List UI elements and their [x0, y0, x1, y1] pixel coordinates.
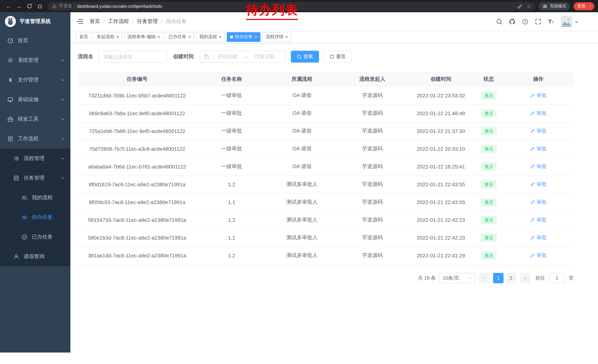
- pager-pages: 12: [493, 273, 516, 283]
- search-icon[interactable]: [496, 18, 502, 25]
- approve-button[interactable]: 审批: [530, 235, 547, 241]
- close-tab-icon[interactable]: ×: [158, 35, 160, 39]
- cell-created-at: 2022-01-21 22:42:23: [407, 211, 474, 229]
- sidebar-item-system[interactable]: 系统管理: [0, 50, 70, 70]
- sidebar-item-my-process[interactable]: 我的流程: [0, 188, 70, 207]
- chevron-down-icon: [61, 78, 65, 82]
- sidebar-item-label: 我的流程: [32, 194, 53, 201]
- cell-process: OA 请假: [267, 122, 337, 140]
- fullscreen-icon[interactable]: [535, 18, 541, 25]
- incognito-label: 无痕模式: [550, 3, 566, 9]
- url-text[interactable]: dashboard.yudao.iocoder.cn/bpm/task/todo: [77, 4, 162, 9]
- column-header: 操作: [503, 72, 573, 87]
- annotation-overlay: 待办列表: [246, 1, 298, 20]
- app-logo[interactable]: 芋道管理系统: [0, 12, 70, 31]
- cell-task-id: 069c6a63-7b8a-11ec-8ef0-acde48001122: [78, 105, 196, 122]
- sidebar-item-payment[interactable]: ¥支付管理: [0, 70, 70, 90]
- sidebar-item-process-mgmt[interactable]: 流程管理: [0, 148, 70, 168]
- svg-text:T: T: [552, 20, 554, 24]
- hamburger-icon[interactable]: [76, 18, 84, 25]
- breadcrumb-item[interactable]: 工作流程: [108, 18, 129, 25]
- bookmark-star-icon[interactable]: ☆: [527, 3, 531, 9]
- sidebar-item-done-tasks[interactable]: 已办任务: [0, 227, 70, 247]
- cell-task-id: 75d72608-7b7f-11ec-a3c8-acde48001122: [78, 140, 196, 158]
- sidebar-item-devtools[interactable]: 研发工具: [0, 109, 70, 129]
- pencil-icon: [530, 146, 535, 151]
- forward-icon[interactable]: →: [14, 2, 24, 11]
- password-key-icon[interactable]: [517, 4, 523, 9]
- close-tab-icon[interactable]: ×: [255, 35, 257, 39]
- menu-dots-icon[interactable]: ⋮: [588, 3, 593, 9]
- sidebar-item-label: 请假查询: [24, 253, 44, 260]
- date-range-picker[interactable]: 开始日期 - 结束日期: [200, 51, 286, 63]
- column-header: 流程发起人: [337, 72, 407, 87]
- breadcrumb-item[interactable]: 任务管理: [137, 18, 158, 25]
- top-navbar: 首页/工作流程/任务管理/待办任务 ? TT: [70, 12, 598, 31]
- tab-my-process[interactable]: 我的流程×: [196, 32, 225, 42]
- cell-task-id: 8f0d1619-7ac8-11ec-a9e2-a2380e71991a: [78, 176, 196, 193]
- cell-task-name: 1.2: [196, 211, 267, 229]
- sidebar-item-infrastructure[interactable]: 基础设施: [0, 90, 70, 109]
- font-size-icon[interactable]: TT: [548, 18, 554, 25]
- approve-button[interactable]: 审批: [530, 163, 547, 170]
- tab-home[interactable]: 首页: [76, 32, 91, 42]
- sidebar-item-workflow[interactable]: 工作流程: [0, 129, 70, 148]
- approve-button[interactable]: 审批: [530, 181, 547, 188]
- sidebar-submenu-task-mgmt: 我的流程待办任务已办任务: [0, 188, 70, 247]
- approve-button[interactable]: 审批: [530, 252, 547, 259]
- pagination-total: 共 16 条: [418, 275, 436, 281]
- sidebar-item-home[interactable]: 首页: [0, 31, 70, 50]
- tab-done-tasks[interactable]: 已办任务×: [165, 32, 194, 42]
- prev-page-button[interactable]: ‹: [479, 273, 490, 283]
- sidebar-item-label: 研发工具: [18, 116, 39, 122]
- table-row: 58154733-7ac8-11ec-a9e2-a2380e71991a1.2测…: [78, 211, 573, 229]
- page-button-2[interactable]: 2: [506, 273, 516, 283]
- next-page-button[interactable]: ›: [520, 273, 530, 283]
- cell-process: OA 请假: [267, 105, 337, 122]
- home-icon[interactable]: [35, 2, 44, 11]
- sidebar-item-leave-query[interactable]: 请假查询: [0, 247, 70, 266]
- goto-page-input[interactable]: [549, 273, 565, 283]
- close-tab-icon[interactable]: ×: [285, 35, 288, 39]
- chevron-down-icon: [468, 276, 472, 280]
- page-button-1[interactable]: 1: [493, 273, 504, 283]
- security-label[interactable]: 不安全: [59, 3, 72, 9]
- help-icon[interactable]: ?: [522, 18, 528, 25]
- cell-process: 测试多审批人: [267, 247, 337, 264]
- cell-task-id: 73211d9d-7b9b-11ec-b5b7-acde48001122: [78, 87, 196, 105]
- tab-start-process[interactable]: 发起流程×: [93, 32, 122, 42]
- back-icon[interactable]: ←: [4, 2, 13, 11]
- tab-process-detail[interactable]: 流程详情×: [262, 32, 291, 42]
- process-name-input[interactable]: [99, 51, 167, 63]
- pencil-icon: [530, 111, 535, 116]
- tab-form-edit[interactable]: 流程表单-编辑×: [124, 32, 163, 42]
- avatar-caret-icon[interactable]: [575, 21, 578, 25]
- cell-task-id: 381aa1dd-7ac8-11ec-a9e2-a2380e71991a: [78, 247, 196, 264]
- sidebar-item-label: 支付管理: [18, 76, 39, 83]
- sidebar-item-label: 系统管理: [18, 57, 39, 64]
- approve-button[interactable]: 审批: [530, 128, 547, 134]
- approve-button[interactable]: 审批: [530, 110, 547, 117]
- breadcrumb-item[interactable]: 首页: [90, 18, 100, 25]
- approve-button[interactable]: 审批: [530, 217, 547, 223]
- tab-todo-tasks[interactable]: 待办任务×: [227, 32, 260, 42]
- cell-task-name: 一级审批: [196, 158, 267, 176]
- page-size-select[interactable]: 10条/页: [440, 273, 475, 283]
- cell-starter: 芋道源码: [337, 158, 407, 176]
- reset-button[interactable]: 重置: [324, 51, 352, 63]
- close-tab-icon[interactable]: ×: [188, 35, 191, 39]
- update-button[interactable]: 更新 ⋮: [573, 2, 594, 10]
- close-tab-icon[interactable]: ×: [116, 35, 119, 39]
- approve-button[interactable]: 审批: [530, 199, 547, 205]
- search-button[interactable]: 搜索: [291, 51, 319, 63]
- approve-button[interactable]: 审批: [530, 92, 547, 99]
- goto-label: 前往: [535, 275, 545, 281]
- close-tab-icon[interactable]: ×: [219, 35, 222, 39]
- sidebar-item-todo-tasks[interactable]: 待办任务: [0, 207, 70, 227]
- github-icon[interactable]: [509, 18, 515, 25]
- avatar[interactable]: [561, 16, 572, 27]
- sidebar-item-task-mgmt[interactable]: 任务管理: [0, 168, 70, 188]
- sidebar-item-label: 任务管理: [24, 175, 44, 181]
- approve-button[interactable]: 审批: [530, 146, 547, 152]
- reload-icon[interactable]: [25, 2, 34, 11]
